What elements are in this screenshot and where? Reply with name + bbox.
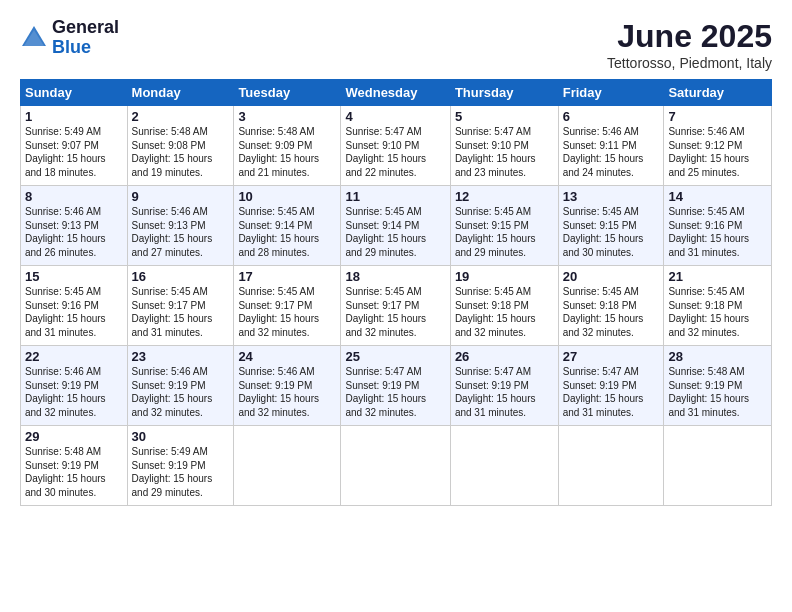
calendar-cell: 8Sunrise: 5:46 AM Sunset: 9:13 PM Daylig…: [21, 186, 128, 266]
day-info: Sunrise: 5:48 AM Sunset: 9:08 PM Dayligh…: [132, 125, 230, 179]
day-number: 30: [132, 429, 230, 444]
day-info: Sunrise: 5:45 AM Sunset: 9:18 PM Dayligh…: [563, 285, 660, 339]
calendar-cell: [234, 426, 341, 506]
page: General Blue June 2025 Tettorosso, Piedm…: [0, 0, 792, 612]
calendar-cell: 28Sunrise: 5:48 AM Sunset: 9:19 PM Dayli…: [664, 346, 772, 426]
calendar-week-row: 1Sunrise: 5:49 AM Sunset: 9:07 PM Daylig…: [21, 106, 772, 186]
weekday-header: Monday: [127, 80, 234, 106]
day-number: 10: [238, 189, 336, 204]
calendar-cell: [558, 426, 664, 506]
day-info: Sunrise: 5:46 AM Sunset: 9:11 PM Dayligh…: [563, 125, 660, 179]
calendar-cell: 21Sunrise: 5:45 AM Sunset: 9:18 PM Dayli…: [664, 266, 772, 346]
header: General Blue June 2025 Tettorosso, Piedm…: [20, 18, 772, 71]
day-number: 18: [345, 269, 445, 284]
day-number: 2: [132, 109, 230, 124]
calendar-cell: 14Sunrise: 5:45 AM Sunset: 9:16 PM Dayli…: [664, 186, 772, 266]
day-info: Sunrise: 5:45 AM Sunset: 9:17 PM Dayligh…: [238, 285, 336, 339]
day-info: Sunrise: 5:47 AM Sunset: 9:19 PM Dayligh…: [563, 365, 660, 419]
calendar-week-row: 8Sunrise: 5:46 AM Sunset: 9:13 PM Daylig…: [21, 186, 772, 266]
day-info: Sunrise: 5:47 AM Sunset: 9:10 PM Dayligh…: [455, 125, 554, 179]
day-number: 16: [132, 269, 230, 284]
day-info: Sunrise: 5:45 AM Sunset: 9:16 PM Dayligh…: [668, 205, 767, 259]
calendar-cell: 30Sunrise: 5:49 AM Sunset: 9:19 PM Dayli…: [127, 426, 234, 506]
day-info: Sunrise: 5:45 AM Sunset: 9:15 PM Dayligh…: [563, 205, 660, 259]
calendar-cell: 22Sunrise: 5:46 AM Sunset: 9:19 PM Dayli…: [21, 346, 128, 426]
day-number: 1: [25, 109, 123, 124]
day-number: 5: [455, 109, 554, 124]
day-number: 13: [563, 189, 660, 204]
calendar-cell: 13Sunrise: 5:45 AM Sunset: 9:15 PM Dayli…: [558, 186, 664, 266]
day-number: 9: [132, 189, 230, 204]
day-number: 24: [238, 349, 336, 364]
day-info: Sunrise: 5:46 AM Sunset: 9:19 PM Dayligh…: [132, 365, 230, 419]
logo: General Blue: [20, 18, 119, 58]
day-info: Sunrise: 5:49 AM Sunset: 9:19 PM Dayligh…: [132, 445, 230, 499]
calendar-cell: 19Sunrise: 5:45 AM Sunset: 9:18 PM Dayli…: [450, 266, 558, 346]
day-info: Sunrise: 5:45 AM Sunset: 9:16 PM Dayligh…: [25, 285, 123, 339]
day-number: 25: [345, 349, 445, 364]
day-info: Sunrise: 5:46 AM Sunset: 9:12 PM Dayligh…: [668, 125, 767, 179]
day-number: 23: [132, 349, 230, 364]
day-number: 22: [25, 349, 123, 364]
weekday-header: Sunday: [21, 80, 128, 106]
calendar-cell: [341, 426, 450, 506]
weekday-header: Saturday: [664, 80, 772, 106]
day-info: Sunrise: 5:49 AM Sunset: 9:07 PM Dayligh…: [25, 125, 123, 179]
day-number: 17: [238, 269, 336, 284]
day-number: 12: [455, 189, 554, 204]
calendar-cell: 17Sunrise: 5:45 AM Sunset: 9:17 PM Dayli…: [234, 266, 341, 346]
calendar-table: SundayMondayTuesdayWednesdayThursdayFrid…: [20, 79, 772, 506]
weekday-header: Tuesday: [234, 80, 341, 106]
day-info: Sunrise: 5:47 AM Sunset: 9:19 PM Dayligh…: [455, 365, 554, 419]
day-number: 26: [455, 349, 554, 364]
day-number: 11: [345, 189, 445, 204]
calendar-cell: [450, 426, 558, 506]
month-title: June 2025: [607, 18, 772, 55]
day-number: 14: [668, 189, 767, 204]
calendar-cell: 15Sunrise: 5:45 AM Sunset: 9:16 PM Dayli…: [21, 266, 128, 346]
day-number: 19: [455, 269, 554, 284]
day-number: 4: [345, 109, 445, 124]
calendar-cell: 24Sunrise: 5:46 AM Sunset: 9:19 PM Dayli…: [234, 346, 341, 426]
calendar-cell: 18Sunrise: 5:45 AM Sunset: 9:17 PM Dayli…: [341, 266, 450, 346]
day-info: Sunrise: 5:46 AM Sunset: 9:19 PM Dayligh…: [238, 365, 336, 419]
day-info: Sunrise: 5:45 AM Sunset: 9:17 PM Dayligh…: [132, 285, 230, 339]
calendar-cell: 16Sunrise: 5:45 AM Sunset: 9:17 PM Dayli…: [127, 266, 234, 346]
day-info: Sunrise: 5:48 AM Sunset: 9:19 PM Dayligh…: [25, 445, 123, 499]
day-info: Sunrise: 5:46 AM Sunset: 9:13 PM Dayligh…: [132, 205, 230, 259]
weekday-header: Thursday: [450, 80, 558, 106]
day-info: Sunrise: 5:45 AM Sunset: 9:17 PM Dayligh…: [345, 285, 445, 339]
weekday-header: Friday: [558, 80, 664, 106]
calendar-cell: 10Sunrise: 5:45 AM Sunset: 9:14 PM Dayli…: [234, 186, 341, 266]
day-number: 3: [238, 109, 336, 124]
calendar-cell: 11Sunrise: 5:45 AM Sunset: 9:14 PM Dayli…: [341, 186, 450, 266]
calendar-cell: 20Sunrise: 5:45 AM Sunset: 9:18 PM Dayli…: [558, 266, 664, 346]
day-info: Sunrise: 5:45 AM Sunset: 9:18 PM Dayligh…: [455, 285, 554, 339]
calendar-cell: 3Sunrise: 5:48 AM Sunset: 9:09 PM Daylig…: [234, 106, 341, 186]
logo-icon: [20, 24, 48, 52]
day-number: 20: [563, 269, 660, 284]
calendar-cell: 23Sunrise: 5:46 AM Sunset: 9:19 PM Dayli…: [127, 346, 234, 426]
calendar-cell: 9Sunrise: 5:46 AM Sunset: 9:13 PM Daylig…: [127, 186, 234, 266]
day-info: Sunrise: 5:46 AM Sunset: 9:13 PM Dayligh…: [25, 205, 123, 259]
calendar-week-row: 29Sunrise: 5:48 AM Sunset: 9:19 PM Dayli…: [21, 426, 772, 506]
day-info: Sunrise: 5:47 AM Sunset: 9:10 PM Dayligh…: [345, 125, 445, 179]
weekday-header: Wednesday: [341, 80, 450, 106]
calendar-cell: 4Sunrise: 5:47 AM Sunset: 9:10 PM Daylig…: [341, 106, 450, 186]
day-info: Sunrise: 5:46 AM Sunset: 9:19 PM Dayligh…: [25, 365, 123, 419]
day-number: 8: [25, 189, 123, 204]
day-info: Sunrise: 5:45 AM Sunset: 9:14 PM Dayligh…: [238, 205, 336, 259]
calendar-cell: 27Sunrise: 5:47 AM Sunset: 9:19 PM Dayli…: [558, 346, 664, 426]
day-number: 21: [668, 269, 767, 284]
day-info: Sunrise: 5:45 AM Sunset: 9:14 PM Dayligh…: [345, 205, 445, 259]
day-number: 15: [25, 269, 123, 284]
day-number: 28: [668, 349, 767, 364]
location: Tettorosso, Piedmont, Italy: [607, 55, 772, 71]
calendar-header-row: SundayMondayTuesdayWednesdayThursdayFrid…: [21, 80, 772, 106]
calendar-cell: 1Sunrise: 5:49 AM Sunset: 9:07 PM Daylig…: [21, 106, 128, 186]
day-number: 27: [563, 349, 660, 364]
calendar-body: 1Sunrise: 5:49 AM Sunset: 9:07 PM Daylig…: [21, 106, 772, 506]
calendar-cell: [664, 426, 772, 506]
day-info: Sunrise: 5:45 AM Sunset: 9:15 PM Dayligh…: [455, 205, 554, 259]
day-info: Sunrise: 5:47 AM Sunset: 9:19 PM Dayligh…: [345, 365, 445, 419]
